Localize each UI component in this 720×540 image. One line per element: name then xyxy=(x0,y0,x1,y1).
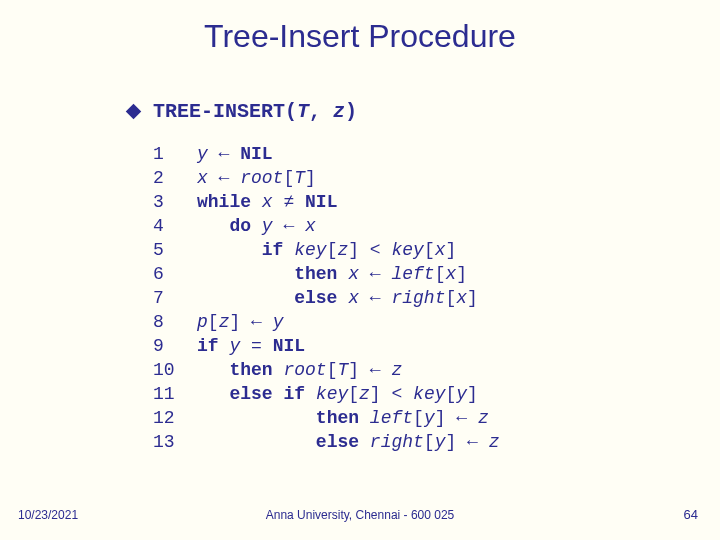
code-line: 6 then x ← left[x] xyxy=(153,262,500,286)
code-line: 8p[z] ← y xyxy=(153,310,500,334)
proc-name: TREE-INSERT xyxy=(153,100,285,123)
line-number: 1 xyxy=(153,142,197,166)
code-text: y ← NIL xyxy=(197,142,273,166)
code-line: 11 else if key[z] < key[y] xyxy=(153,382,500,406)
code-line: 3while x ≠ NIL xyxy=(153,190,500,214)
proc-arg2: z xyxy=(333,100,345,123)
line-number: 7 xyxy=(153,286,197,310)
code-line: 2x ← root[T] xyxy=(153,166,500,190)
procedure-signature: TREE-INSERT(T, z) xyxy=(153,100,357,123)
proc-arg1: T xyxy=(297,100,309,123)
code-text: then x ← left[x] xyxy=(197,262,467,286)
code-text: else right[y] ← z xyxy=(197,430,500,454)
line-number: 9 xyxy=(153,334,197,358)
line-number: 3 xyxy=(153,190,197,214)
line-number: 10 xyxy=(153,358,197,382)
slide-title: Tree-Insert Procedure xyxy=(0,18,720,55)
code-line: 9if y = NIL xyxy=(153,334,500,358)
code-text: p[z] ← y xyxy=(197,310,283,334)
code-text: then root[T] ← z xyxy=(197,358,402,382)
slide: Tree-Insert Procedure TREE-INSERT(T, z) … xyxy=(0,0,720,540)
line-number: 2 xyxy=(153,166,197,190)
line-number: 8 xyxy=(153,310,197,334)
code-text: x ← root[T] xyxy=(197,166,316,190)
code-text: do y ← x xyxy=(197,214,316,238)
footer-page-number: 64 xyxy=(684,507,698,522)
line-number: 13 xyxy=(153,430,197,454)
line-number: 5 xyxy=(153,238,197,262)
code-line: 12 then left[y] ← z xyxy=(153,406,500,430)
line-number: 12 xyxy=(153,406,197,430)
footer-center: Anna University, Chennai - 600 025 xyxy=(0,508,720,522)
code-line: 10 then root[T] ← z xyxy=(153,358,500,382)
pseudocode-block: 1y ← NIL2x ← root[T]3while x ≠ NIL4 do y… xyxy=(153,142,500,454)
code-text: if key[z] < key[x] xyxy=(197,238,456,262)
code-text: if y = NIL xyxy=(197,334,305,358)
code-line: 4 do y ← x xyxy=(153,214,500,238)
line-number: 11 xyxy=(153,382,197,406)
code-line: 5 if key[z] < key[x] xyxy=(153,238,500,262)
code-line: 1y ← NIL xyxy=(153,142,500,166)
code-text: then left[y] ← z xyxy=(197,406,489,430)
code-line: 13 else right[y] ← z xyxy=(153,430,500,454)
code-text: while x ≠ NIL xyxy=(197,190,337,214)
code-text: else if key[z] < key[y] xyxy=(197,382,478,406)
bullet-icon xyxy=(126,104,142,120)
code-line: 7 else x ← right[x] xyxy=(153,286,500,310)
code-text: else x ← right[x] xyxy=(197,286,478,310)
procedure-signature-row: TREE-INSERT(T, z) xyxy=(128,100,357,123)
line-number: 6 xyxy=(153,262,197,286)
line-number: 4 xyxy=(153,214,197,238)
